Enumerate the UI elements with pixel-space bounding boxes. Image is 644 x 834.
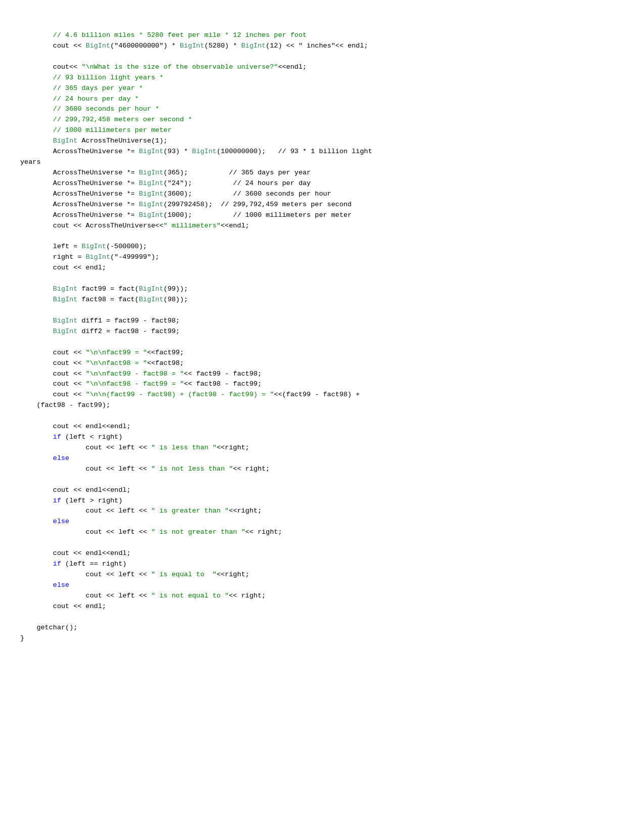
- code-line: else: [20, 517, 624, 527]
- code-line: }: [20, 633, 624, 644]
- code-container: // 4.6 billion miles * 5280 feet per mil…: [20, 30, 624, 643]
- code-line: (fact98 - fact99);: [20, 400, 624, 411]
- code-line: else: [20, 580, 624, 591]
- code-line: AcrossTheUniverse *= BigInt("24"); // 24…: [20, 178, 624, 189]
- code-line: cout << endl<<endl;: [20, 548, 624, 559]
- code-line: years: [20, 157, 624, 168]
- code-line: AcrossTheUniverse *= BigInt(93) * BigInt…: [20, 147, 624, 157]
- code-line: // 3600 seconds per hour *: [20, 104, 624, 115]
- code-line: // 24 hours per day *: [20, 94, 624, 105]
- code-line: [20, 231, 624, 242]
- code-line: cout << endl;: [20, 263, 624, 273]
- code-line: left = BigInt(-500000);: [20, 242, 624, 252]
- code-line: [20, 475, 624, 485]
- code-line: else: [20, 453, 624, 464]
- code-line: BigInt diff2 = fact98 - fact99;: [20, 327, 624, 337]
- code-line: // 365 days per year *: [20, 83, 624, 94]
- code-line: cout << "\n\nfact99 - fact98 = "<< fact9…: [20, 369, 624, 380]
- code-line: // 4.6 billion miles * 5280 feet per mil…: [20, 30, 624, 41]
- code-line: [20, 52, 624, 62]
- code-line: cout << "\n\nfact99 = "<<fact99;: [20, 348, 624, 358]
- code-line: cout << endl<<endl;: [20, 422, 624, 432]
- code-line: cout << endl<<endl;: [20, 485, 624, 496]
- code-line: [20, 538, 624, 548]
- code-line: cout << BigInt("4600000000") * BigInt(52…: [20, 41, 624, 52]
- code-line: [20, 411, 624, 422]
- code-line: cout << AcrossTheUniverse<<" millimeters…: [20, 221, 624, 231]
- code-line: // 93 billion light years *: [20, 73, 624, 83]
- code-line: cout << endl;: [20, 601, 624, 612]
- code-line: getchar();: [20, 623, 624, 633]
- code-line: // 1000 millimeters per meter: [20, 125, 624, 136]
- code-line: BigInt fact98 = fact(BigInt(98));: [20, 295, 624, 305]
- code-line: cout << left << " is greater than "<<rig…: [20, 506, 624, 517]
- code-line: cout << left << " is less than "<<right;: [20, 443, 624, 453]
- code-line: cout << left << " is not greater than "<…: [20, 527, 624, 538]
- code-line: AcrossTheUniverse *= BigInt(1000); // 10…: [20, 210, 624, 221]
- code-line: BigInt fact99 = fact(BigInt(99));: [20, 284, 624, 295]
- code-line: [20, 305, 624, 316]
- code-line: cout << left << " is not equal to "<< ri…: [20, 591, 624, 601]
- code-line: BigInt diff1 = fact99 - fact98;: [20, 316, 624, 327]
- code-line: cout << left << " is equal to "<<right;: [20, 570, 624, 580]
- code-line: cout<< "\nWhat is the size of the observ…: [20, 62, 624, 73]
- code-line: [20, 273, 624, 284]
- code-line: if (left < right): [20, 432, 624, 443]
- code-line: if (left == right): [20, 559, 624, 570]
- code-line: cout << "\n\nfact98 - fact99 = "<< fact9…: [20, 379, 624, 390]
- code-line: AcrossTheUniverse *= BigInt(299792458); …: [20, 200, 624, 210]
- code-line: right = BigInt("-499999");: [20, 252, 624, 263]
- code-line: if (left > right): [20, 496, 624, 506]
- code-line: // 299,792,458 meters oer second *: [20, 115, 624, 125]
- code-line: BigInt AcrossTheUniverse(1);: [20, 136, 624, 147]
- code-line: AcrossTheUniverse *= BigInt(365); // 365…: [20, 168, 624, 178]
- code-line: [20, 337, 624, 348]
- code-line: cout << "\n\n(fact99 - fact98) + (fact98…: [20, 390, 624, 400]
- code-line: cout << "\n\nfact98 = "<<fact98;: [20, 358, 624, 369]
- code-line: AcrossTheUniverse *= BigInt(3600); // 36…: [20, 189, 624, 200]
- code-line: [20, 612, 624, 623]
- code-line: cout << left << " is not less than "<< r…: [20, 464, 624, 475]
